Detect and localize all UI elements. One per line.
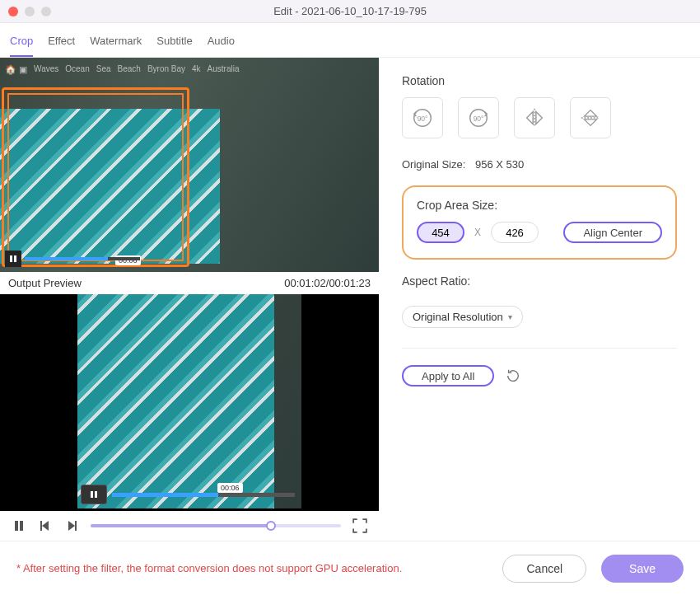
svg-text:90°: 90° <box>474 115 484 123</box>
close-window-button[interactable] <box>8 7 18 16</box>
preview-progress-bar[interactable] <box>112 493 295 497</box>
minimize-window-button[interactable] <box>25 7 35 16</box>
preview-frame <box>77 294 301 508</box>
source-mini-controls <box>5 251 140 267</box>
window-controls <box>8 7 51 16</box>
source-tags: 🏠 ▣ Waves Ocean Sea Beach Byron Bay 4k A… <box>5 64 374 75</box>
crop-area-panel: Crop Area Size: X Align Center <box>402 185 677 260</box>
svg-rect-1 <box>14 255 16 262</box>
timecode: 00:01:02/00:01:23 <box>284 277 371 289</box>
crop-area-label: Crop Area Size: <box>417 199 662 212</box>
footer-buttons: Cancel Save <box>502 555 684 583</box>
svg-marker-19 <box>585 119 597 126</box>
output-label-row: Output Preview 00:01:02/00:01:23 <box>0 272 379 294</box>
svg-marker-6 <box>42 521 49 531</box>
apply-to-all-button[interactable]: Apply to All <box>402 365 494 387</box>
aspect-ratio-row: Aspect Ratio: Original Resolution ▾ <box>402 274 677 328</box>
svg-rect-9 <box>75 521 77 531</box>
titlebar: Edit - 2021-06-10_10-17-19-795 <box>0 0 700 23</box>
tab-effect[interactable]: Effect <box>48 35 75 57</box>
original-size-value: 956 X 530 <box>475 158 524 171</box>
output-preview-label: Output Preview <box>8 277 82 289</box>
svg-marker-16 <box>536 112 543 124</box>
rotate-ccw-button[interactable]: 90° <box>402 97 443 138</box>
svg-rect-7 <box>40 521 42 531</box>
zoom-window-button[interactable] <box>41 7 51 16</box>
preview-pause-button[interactable] <box>81 485 107 504</box>
apply-row: Apply to All <box>402 365 677 387</box>
preview-waves <box>77 294 274 508</box>
svg-marker-18 <box>585 110 597 117</box>
aspect-ratio-label: Aspect Ratio: <box>402 274 677 288</box>
tab-crop[interactable]: Crop <box>10 35 33 57</box>
svg-marker-15 <box>527 112 534 124</box>
aspect-ratio-select[interactable]: Original Resolution ▾ <box>402 306 523 328</box>
rotation-label: Rotation <box>402 74 677 87</box>
flip-horizontal-button[interactable] <box>514 97 555 138</box>
fullscreen-button[interactable] <box>352 518 367 533</box>
svg-text:90°: 90° <box>418 115 428 123</box>
source-progress-bar[interactable] <box>25 257 140 260</box>
video-pane: 🏠 ▣ Waves Ocean Sea Beach Byron Bay 4k A… <box>0 58 379 541</box>
flip-vertical-button[interactable] <box>570 97 611 138</box>
crop-width-input[interactable] <box>417 222 464 243</box>
original-size-label: Original Size: <box>402 158 465 171</box>
playback-controls <box>0 511 379 541</box>
tab-subtitle[interactable]: Subtitle <box>156 35 192 57</box>
crop-settings-pane: Rotation 90° 90° Original Size: 956 X 53… <box>379 58 700 541</box>
rotate-cw-button[interactable]: 90° <box>458 97 499 138</box>
crop-size-separator: X <box>474 227 481 238</box>
crop-height-input[interactable] <box>491 222 539 243</box>
divider <box>402 348 677 349</box>
crop-selection-box[interactable] <box>2 87 189 267</box>
svg-rect-0 <box>10 255 12 262</box>
next-frame-button[interactable] <box>64 518 79 533</box>
window-title: Edit - 2021-06-10_10-17-19-795 <box>273 5 427 17</box>
svg-rect-3 <box>95 491 97 498</box>
pause-button[interactable] <box>12 518 26 533</box>
editor-tabs: Crop Effect Watermark Subtitle Audio <box>0 23 700 58</box>
svg-rect-2 <box>91 491 93 498</box>
output-preview: 00:06 <box>0 294 379 511</box>
gpu-warning-text: * After setting the filter, the format c… <box>16 562 402 574</box>
playback-slider[interactable] <box>91 524 341 527</box>
svg-rect-4 <box>15 521 18 531</box>
tab-audio[interactable]: Audio <box>208 35 235 57</box>
svg-rect-5 <box>20 521 23 531</box>
prev-frame-button[interactable] <box>38 518 53 533</box>
main-content: 🏠 ▣ Waves Ocean Sea Beach Byron Bay 4k A… <box>0 58 700 541</box>
cancel-button[interactable]: Cancel <box>502 555 586 583</box>
svg-marker-8 <box>68 521 75 531</box>
original-size-row: Original Size: 956 X 530 <box>402 158 677 171</box>
rotation-buttons: 90° 90° <box>402 97 677 138</box>
footer: * After setting the filter, the format c… <box>0 541 700 595</box>
tab-watermark[interactable]: Watermark <box>90 35 142 57</box>
aspect-ratio-value: Original Resolution <box>413 311 503 323</box>
source-video[interactable]: 🏠 ▣ Waves Ocean Sea Beach Byron Bay 4k A… <box>0 58 379 272</box>
playback-slider-thumb[interactable] <box>266 521 276 531</box>
chevron-down-icon: ▾ <box>508 312 512 321</box>
reset-icon[interactable] <box>506 368 520 383</box>
save-button[interactable]: Save <box>601 555 684 583</box>
align-center-button[interactable]: Align Center <box>563 222 662 243</box>
crop-size-row: X Align Center <box>417 222 662 243</box>
source-pause-button[interactable] <box>5 251 21 267</box>
crop-inner-border <box>7 93 184 261</box>
preview-mini-controls <box>81 485 295 504</box>
